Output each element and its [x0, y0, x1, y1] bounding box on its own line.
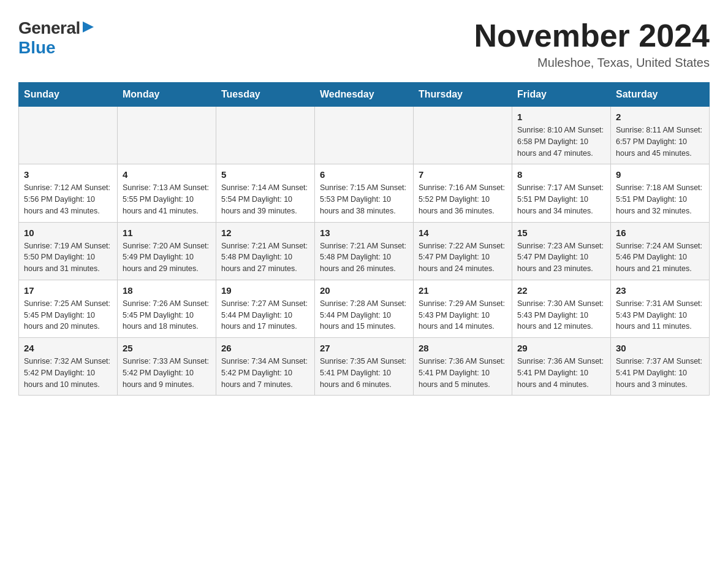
day-number: 27	[320, 343, 408, 353]
calendar-cell: 3Sunrise: 7:12 AM Sunset: 5:56 PM Daylig…	[19, 164, 118, 222]
day-info: Sunrise: 7:29 AM Sunset: 5:43 PM Dayligh…	[419, 298, 507, 332]
day-number: 24	[24, 343, 112, 353]
day-info: Sunrise: 7:13 AM Sunset: 5:55 PM Dayligh…	[123, 182, 211, 216]
calendar-cell	[216, 107, 315, 164]
location-text: Muleshoe, Texas, United States	[474, 56, 710, 70]
calendar-cell: 15Sunrise: 7:23 AM Sunset: 5:47 PM Dayli…	[512, 222, 611, 280]
calendar-cell: 17Sunrise: 7:25 AM Sunset: 5:45 PM Dayli…	[19, 280, 118, 337]
day-number: 11	[123, 228, 211, 238]
calendar-header-tuesday: Tuesday	[216, 83, 315, 107]
day-info: Sunrise: 7:20 AM Sunset: 5:49 PM Dayligh…	[123, 240, 211, 275]
day-info: Sunrise: 7:14 AM Sunset: 5:54 PM Dayligh…	[221, 182, 309, 216]
calendar-cell: 8Sunrise: 7:17 AM Sunset: 5:51 PM Daylig…	[512, 164, 611, 222]
calendar-cell: 13Sunrise: 7:21 AM Sunset: 5:48 PM Dayli…	[315, 222, 414, 280]
calendar-cell: 27Sunrise: 7:35 AM Sunset: 5:41 PM Dayli…	[315, 338, 414, 396]
calendar-cell	[315, 107, 414, 164]
day-number: 4	[123, 169, 211, 180]
calendar-cell: 10Sunrise: 7:19 AM Sunset: 5:50 PM Dayli…	[19, 222, 118, 280]
day-number: 26	[221, 343, 309, 353]
calendar-cell: 2Sunrise: 8:11 AM Sunset: 6:57 PM Daylig…	[611, 107, 710, 164]
calendar-cell: 16Sunrise: 7:24 AM Sunset: 5:46 PM Dayli…	[611, 222, 710, 280]
day-number: 14	[419, 228, 507, 238]
day-info: Sunrise: 7:34 AM Sunset: 5:42 PM Dayligh…	[221, 356, 309, 390]
day-number: 3	[24, 169, 112, 180]
calendar-cell: 22Sunrise: 7:30 AM Sunset: 5:43 PM Dayli…	[512, 280, 611, 337]
day-number: 22	[517, 285, 605, 296]
calendar-header-friday: Friday	[512, 83, 611, 107]
day-info: Sunrise: 8:11 AM Sunset: 6:57 PM Dayligh…	[616, 124, 704, 159]
calendar-cell: 18Sunrise: 7:26 AM Sunset: 5:45 PM Dayli…	[118, 280, 216, 337]
day-info: Sunrise: 7:36 AM Sunset: 5:41 PM Dayligh…	[419, 356, 507, 390]
calendar-cell: 14Sunrise: 7:22 AM Sunset: 5:47 PM Dayli…	[414, 222, 512, 280]
day-number: 23	[616, 285, 704, 296]
day-info: Sunrise: 7:21 AM Sunset: 5:48 PM Dayligh…	[320, 240, 408, 275]
day-number: 13	[320, 228, 408, 238]
day-number: 10	[24, 228, 112, 238]
title-block: November 2024 Muleshoe, Texas, United St…	[474, 18, 710, 70]
day-info: Sunrise: 7:17 AM Sunset: 5:51 PM Dayligh…	[517, 182, 605, 216]
calendar-cell: 20Sunrise: 7:28 AM Sunset: 5:44 PM Dayli…	[315, 280, 414, 337]
calendar-header-saturday: Saturday	[611, 83, 710, 107]
calendar-cell: 23Sunrise: 7:31 AM Sunset: 5:43 PM Dayli…	[611, 280, 710, 337]
day-number: 15	[517, 228, 605, 238]
calendar-cell: 24Sunrise: 7:32 AM Sunset: 5:42 PM Dayli…	[19, 338, 118, 396]
day-number: 29	[517, 343, 605, 353]
calendar-header-row: SundayMondayTuesdayWednesdayThursdayFrid…	[19, 83, 710, 107]
calendar-row-4: 17Sunrise: 7:25 AM Sunset: 5:45 PM Dayli…	[19, 280, 710, 337]
logo: General Blue	[18, 18, 95, 58]
calendar-cell	[118, 107, 216, 164]
month-title: November 2024	[474, 18, 710, 53]
day-info: Sunrise: 7:25 AM Sunset: 5:45 PM Dayligh…	[24, 298, 112, 332]
day-number: 6	[320, 169, 408, 180]
day-info: Sunrise: 7:18 AM Sunset: 5:51 PM Dayligh…	[616, 182, 704, 216]
day-info: Sunrise: 7:12 AM Sunset: 5:56 PM Dayligh…	[24, 182, 112, 216]
page-header: General Blue November 2024 Muleshoe, Tex…	[18, 18, 710, 70]
calendar-cell: 4Sunrise: 7:13 AM Sunset: 5:55 PM Daylig…	[118, 164, 216, 222]
day-info: Sunrise: 7:19 AM Sunset: 5:50 PM Dayligh…	[24, 240, 112, 275]
calendar-cell: 12Sunrise: 7:21 AM Sunset: 5:48 PM Dayli…	[216, 222, 315, 280]
calendar-cell: 19Sunrise: 7:27 AM Sunset: 5:44 PM Dayli…	[216, 280, 315, 337]
day-info: Sunrise: 7:28 AM Sunset: 5:44 PM Dayligh…	[320, 298, 408, 332]
day-number: 2	[616, 112, 704, 122]
day-info: Sunrise: 7:36 AM Sunset: 5:41 PM Dayligh…	[517, 356, 605, 390]
calendar-cell	[19, 107, 118, 164]
day-info: Sunrise: 7:31 AM Sunset: 5:43 PM Dayligh…	[616, 298, 704, 332]
calendar-cell: 29Sunrise: 7:36 AM Sunset: 5:41 PM Dayli…	[512, 338, 611, 396]
calendar-header-sunday: Sunday	[19, 83, 118, 107]
day-info: Sunrise: 7:27 AM Sunset: 5:44 PM Dayligh…	[221, 298, 309, 332]
day-number: 16	[616, 228, 704, 238]
calendar-cell: 6Sunrise: 7:15 AM Sunset: 5:53 PM Daylig…	[315, 164, 414, 222]
calendar-cell: 9Sunrise: 7:18 AM Sunset: 5:51 PM Daylig…	[611, 164, 710, 222]
calendar-cell: 30Sunrise: 7:37 AM Sunset: 5:41 PM Dayli…	[611, 338, 710, 396]
calendar-cell: 7Sunrise: 7:16 AM Sunset: 5:52 PM Daylig…	[414, 164, 512, 222]
day-info: Sunrise: 7:35 AM Sunset: 5:41 PM Dayligh…	[320, 356, 408, 390]
day-info: Sunrise: 7:24 AM Sunset: 5:46 PM Dayligh…	[616, 240, 704, 275]
day-number: 20	[320, 285, 408, 296]
calendar-cell: 25Sunrise: 7:33 AM Sunset: 5:42 PM Dayli…	[118, 338, 216, 396]
day-info: Sunrise: 7:26 AM Sunset: 5:45 PM Dayligh…	[123, 298, 211, 332]
calendar-row-2: 3Sunrise: 7:12 AM Sunset: 5:56 PM Daylig…	[19, 164, 710, 222]
svg-marker-0	[83, 21, 94, 33]
calendar-row-3: 10Sunrise: 7:19 AM Sunset: 5:50 PM Dayli…	[19, 222, 710, 280]
day-number: 21	[419, 285, 507, 296]
calendar-cell: 1Sunrise: 8:10 AM Sunset: 6:58 PM Daylig…	[512, 107, 611, 164]
calendar-row-5: 24Sunrise: 7:32 AM Sunset: 5:42 PM Dayli…	[19, 338, 710, 396]
logo-blue-text: Blue	[18, 38, 56, 57]
day-number: 9	[616, 169, 704, 180]
day-number: 5	[221, 169, 309, 180]
calendar-row-1: 1Sunrise: 8:10 AM Sunset: 6:58 PM Daylig…	[19, 107, 710, 164]
calendar-header-thursday: Thursday	[414, 83, 512, 107]
calendar-header-wednesday: Wednesday	[315, 83, 414, 107]
logo-general-text: General	[18, 18, 80, 38]
day-info: Sunrise: 7:21 AM Sunset: 5:48 PM Dayligh…	[221, 240, 309, 275]
day-number: 1	[517, 112, 605, 122]
calendar-header-monday: Monday	[118, 83, 216, 107]
calendar-cell: 5Sunrise: 7:14 AM Sunset: 5:54 PM Daylig…	[216, 164, 315, 222]
calendar-cell: 28Sunrise: 7:36 AM Sunset: 5:41 PM Dayli…	[414, 338, 512, 396]
day-number: 7	[419, 169, 507, 180]
day-number: 17	[24, 285, 112, 296]
day-info: Sunrise: 7:16 AM Sunset: 5:52 PM Dayligh…	[419, 182, 507, 216]
day-number: 25	[123, 343, 211, 353]
day-info: Sunrise: 7:22 AM Sunset: 5:47 PM Dayligh…	[419, 240, 507, 275]
day-info: Sunrise: 8:10 AM Sunset: 6:58 PM Dayligh…	[517, 124, 605, 159]
